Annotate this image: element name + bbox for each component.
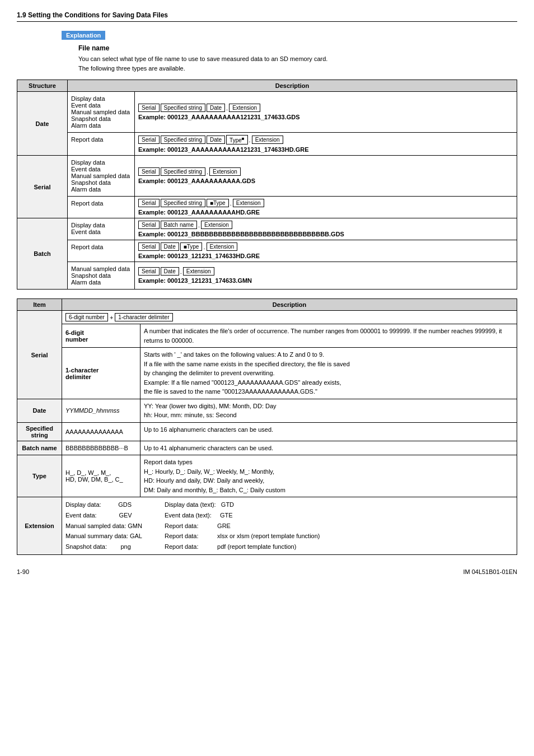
item-col-header: Item xyxy=(17,299,62,311)
explanation-badge: Explanation xyxy=(62,31,105,40)
date-report-label: Report data xyxy=(68,133,135,156)
serial-format-row: 6-digit number + 1-character delimiter xyxy=(62,311,517,324)
extension-right: Display data (text): GTD Event data (tex… xyxy=(165,500,320,552)
table-row: Batch name BBBBBBBBBBBBB···B Up to 41 al… xyxy=(17,441,517,455)
serial-item-label: Serial xyxy=(17,311,62,399)
table-row: Extension Display data: GDS Event data: … xyxy=(17,497,517,554)
six-digit-label: 6-digitnumber xyxy=(62,324,140,348)
type-item-desc: Report data types H_: Hourly, D_: Daily,… xyxy=(140,455,517,497)
page-header: 1.9 Setting the Conditions for Saving Da… xyxy=(17,11,517,22)
serial-struct-label: Serial xyxy=(17,156,68,218)
extension-left: Display data: GDS Event data: GEV Manual… xyxy=(65,500,142,552)
batch-example-1: Serial Batch name . Extension Example: 0… xyxy=(135,218,517,240)
specified-item-desc: Up to 16 alphanumeric characters can be … xyxy=(140,422,517,441)
table-row: Report data Serial Date ■Type . Extensio… xyxy=(17,240,517,262)
date-data-types: Display dataEvent dataManual sampled dat… xyxy=(68,92,135,133)
table-row: Manual sampled dataSnapshot dataAlarm da… xyxy=(17,262,517,290)
table-row: Date YYMMDD_hhmmss YY: Year (lower two d… xyxy=(17,399,517,422)
header-title: 1.9 Setting the Conditions for Saving Da… xyxy=(17,11,168,19)
serial-report-label: Report data xyxy=(68,197,135,218)
table-row: Batch Display dataEvent data Serial Batc… xyxy=(17,218,517,240)
batch-name-item-label: Batch name xyxy=(17,441,62,455)
batch-example-3: Serial Date . Extension Example: 000123_… xyxy=(135,262,517,290)
table-row: 1-characterdelimiter Starts with ' _' an… xyxy=(17,348,517,399)
extension-item-desc: Display data: GDS Event data: GEV Manual… xyxy=(62,497,517,554)
page-number: 1-90 xyxy=(17,568,29,575)
item-table: Item Description Serial 6-digit number +… xyxy=(17,298,517,554)
item-desc-header: Description xyxy=(62,299,517,311)
serial-data-types: Display dataEvent dataManual sampled dat… xyxy=(68,156,135,197)
file-name-title: File name xyxy=(78,44,517,52)
type-format: H_, D_, W_, M_,HD, DW, DM, B_, C_ xyxy=(62,455,140,497)
batch-struct-label: Batch xyxy=(17,218,68,290)
struct-col-header: Structure xyxy=(17,80,68,92)
serial-example-2: Serial Specified string ■Type . Extensio… xyxy=(135,197,517,218)
date-item-label: Date xyxy=(17,399,62,422)
date-format: YYMMDD_hhmmss xyxy=(62,399,140,422)
date-example-1: Serial Specified string Date . Extension… xyxy=(135,92,517,133)
table-row: 6-digitnumber A number that indicates th… xyxy=(17,324,517,348)
serial-example-1: Serial Specified string . Extension Exam… xyxy=(135,156,517,197)
one-char-desc: Starts with ' _' and takes on the follow… xyxy=(140,348,517,399)
batch-report-label: Report data xyxy=(68,240,135,262)
batch-example-2: Serial Date ■Type . Extension Example: 0… xyxy=(135,240,517,262)
specified-format: AAAAAAAAAAAAAA xyxy=(62,422,140,441)
batch-display-data: Display dataEvent data xyxy=(68,218,135,240)
doc-id: IM 04L51B01-01EN xyxy=(463,568,517,575)
date-struct-label: Date xyxy=(17,92,68,156)
table-row: Report data Serial Specified string ■Typ… xyxy=(17,197,517,218)
table-row: Type H_, D_, W_, M_,HD, DW, DM, B_, C_ R… xyxy=(17,455,517,497)
table-row: Serial Display dataEvent dataManual samp… xyxy=(17,156,517,197)
file-name-desc: You can select what type of file name to… xyxy=(78,54,517,73)
desc-col-header: Description xyxy=(68,80,517,92)
specified-item-label: Specifiedstring xyxy=(17,422,62,441)
batch-manual-label: Manual sampled dataSnapshot dataAlarm da… xyxy=(68,262,135,290)
page-footer: 1-90 IM 04L51B01-01EN xyxy=(17,568,517,575)
table-row: Date Display dataEvent dataManual sample… xyxy=(17,92,517,133)
date-item-desc: YY: Year (lower two digits), MM: Month, … xyxy=(140,399,517,422)
table-row: Serial 6-digit number + 1-character deli… xyxy=(17,311,517,324)
batch-name-item-desc: Up to 41 alphanumeric characters can be … xyxy=(140,441,517,455)
structure-table: Structure Description Date Display dataE… xyxy=(17,80,517,290)
table-row: Report data Serial Specified string Date… xyxy=(17,133,517,156)
six-digit-desc: A number that indicates the file's order… xyxy=(140,324,517,348)
one-char-label: 1-characterdelimiter xyxy=(62,348,140,399)
type-item-label: Type xyxy=(17,455,62,497)
date-example-2: Serial Specified string Date Type■ . Ext… xyxy=(135,133,517,156)
table-row: Specifiedstring AAAAAAAAAAAAAA Up to 16 … xyxy=(17,422,517,441)
batch-name-format: BBBBBBBBBBBBB···B xyxy=(62,441,140,455)
extension-item-label: Extension xyxy=(17,497,62,554)
